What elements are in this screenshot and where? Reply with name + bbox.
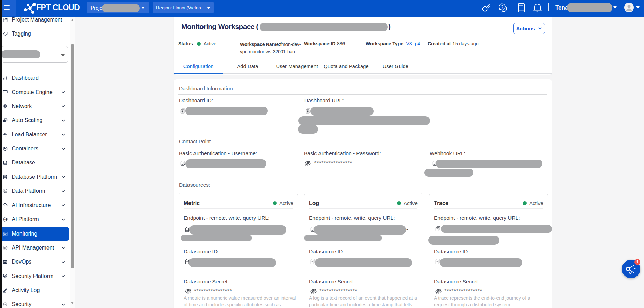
svg-text:API: API <box>4 247 6 249</box>
svg-text:AI: AI <box>4 219 6 220</box>
svg-text:?: ? <box>501 5 503 10</box>
